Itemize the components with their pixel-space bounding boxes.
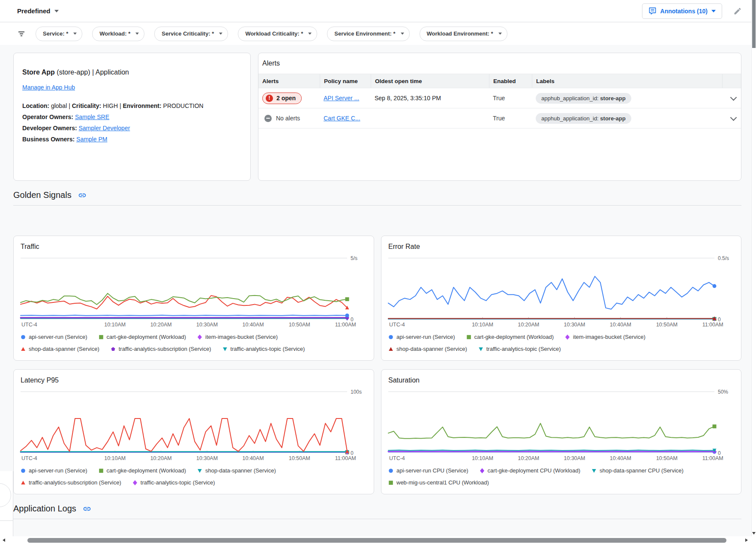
vertical-scrollbar[interactable] — [751, 0, 756, 536]
alert-status-label: 2 open — [276, 95, 296, 102]
developer-owner-link[interactable]: Sampler Developer — [79, 125, 130, 132]
policy-link[interactable]: API Server ... — [324, 95, 359, 102]
business-owners-line: Business Owners: Sample PM — [22, 134, 242, 145]
timezone-label: UTC-4 — [21, 322, 37, 328]
vertical-scrollbar-thumb[interactable] — [752, 0, 756, 48]
column-header-policy-name: Policy name — [320, 74, 371, 88]
chart-legend: api-server-run (Service)cart-gke-deploym… — [21, 465, 359, 488]
link-icon[interactable] — [78, 191, 87, 200]
chart-traffic: Traffic 5/s 0 UTC-4 10:10AM10:20AM10:30A… — [13, 236, 374, 361]
chart-plot-area[interactable] — [21, 391, 347, 453]
view-selector[interactable]: Predefined — [17, 7, 59, 15]
link-icon[interactable] — [83, 505, 91, 513]
section-title: Golden Signals — [13, 190, 72, 200]
legend-label: api-server-run (Service) — [29, 465, 87, 476]
chevron-down-icon — [711, 10, 716, 12]
toolbar: Predefined Annotations (10) — [0, 0, 751, 22]
label-pill: apphub_application_id: store-app — [536, 93, 631, 104]
chart-legend: api-server-run (Service)cart-gke-deploym… — [388, 332, 727, 355]
filter-chip-label: Workload Criticality: * — [245, 30, 303, 37]
x-tick-label: 11:00AM — [702, 455, 723, 461]
legend-circle-icon — [388, 335, 393, 340]
manage-app-hub-link[interactable]: Manage in App Hub — [22, 84, 75, 91]
filter-chip-workload-criticality[interactable]: Workload Criticality: * — [238, 27, 317, 41]
x-tick-label: 10:10AM — [104, 322, 126, 328]
legend-label: traffic-analytics-subscription (Service) — [119, 344, 211, 355]
chart-title: Saturation — [388, 377, 734, 384]
x-tick-label: 10:50AM — [656, 322, 678, 328]
application-metadata: Location: global | Criticality: HIGH | E… — [22, 100, 242, 145]
policy-link[interactable]: Cart GKE C... — [324, 115, 360, 122]
chart-plot-area[interactable] — [388, 391, 714, 453]
edit-button[interactable] — [732, 5, 744, 17]
operator-owner-link[interactable]: Sample SRE — [75, 114, 109, 120]
alerts-card: Alerts Alerts Policy name Oldest open ti… — [258, 53, 741, 181]
minus-circle-icon — [264, 115, 272, 122]
horizontal-scrollbar[interactable] — [0, 536, 751, 544]
filter-chip-service-environment[interactable]: Service Environment: * — [327, 27, 409, 41]
legend-item: item-images-bucket (Service) — [565, 332, 645, 343]
alerts-table-header: Alerts Policy name Oldest open time Enab… — [258, 74, 741, 88]
alert-status-label: No alerts — [276, 115, 300, 122]
legend-label: api-server-run (Service) — [29, 332, 87, 343]
legend-diamond-icon — [480, 468, 485, 473]
legend-triangle-down-icon — [591, 468, 597, 473]
application-info-card: Store App (store-app) | Application Mana… — [13, 53, 251, 181]
filter-chip-label: Service Criticality: * — [162, 30, 214, 37]
legend-item: api-server-run (Service) — [21, 465, 87, 476]
legend-triangle-up-icon — [21, 480, 26, 485]
developer-owners-line: Developer Owners: Sampler Developer — [22, 123, 242, 134]
chevron-down-icon — [73, 33, 77, 35]
chart-title: Latency P95 — [21, 377, 367, 384]
legend-square-icon — [99, 335, 104, 340]
business-owner-link[interactable]: Sample PM — [76, 136, 107, 143]
x-tick-label: 10:10AM — [104, 455, 126, 461]
chevron-down-icon — [219, 33, 222, 35]
x-tick-label: 10:20AM — [518, 322, 539, 328]
filter-chip-workload[interactable]: Workload: * — [92, 27, 144, 41]
filter-chip-service-criticality[interactable]: Service Criticality: * — [154, 27, 228, 41]
chart-plot-area[interactable] — [388, 257, 714, 320]
legend-triangle-down-icon — [222, 347, 228, 352]
chevron-down-icon[interactable] — [730, 94, 737, 101]
legend-label: traffic-analytics-subscription (Service) — [29, 477, 121, 488]
chevron-down-icon[interactable] — [730, 114, 737, 121]
column-header-alerts: Alerts — [258, 74, 320, 88]
legend-label: shop-data-spanner (Service) — [205, 465, 276, 476]
filter-list-icon — [17, 30, 26, 38]
legend-item: item-images-bucket (Service) — [197, 332, 278, 343]
chevron-down-icon — [308, 33, 312, 35]
chart-title: Error Rate — [388, 243, 734, 251]
dashboard-main: Predefined Annotations (10) — [0, 0, 751, 536]
x-tick-label: 11:00AM — [335, 455, 356, 461]
toolbar-right: Annotations (10) — [642, 3, 744, 19]
app-window: Predefined Annotations (10) — [0, 0, 756, 544]
legend-item: api-server-run (Service) — [388, 332, 455, 343]
legend-label: traffic-analytics-topic (Service) — [231, 344, 305, 355]
x-axis: UTC-4 10:10AM10:20AM10:30AM10:40AM10:50A… — [388, 453, 714, 463]
scroll-left-arrow-icon[interactable] — [3, 538, 5, 542]
x-tick-label: 10:50AM — [656, 455, 678, 461]
x-tick-label: 10:20AM — [150, 322, 172, 328]
section-title: Application Logs — [13, 504, 76, 514]
chart-plot-area[interactable] — [21, 257, 347, 320]
horizontal-scrollbar-thumb[interactable] — [27, 538, 726, 543]
scroll-right-arrow-icon[interactable] — [745, 538, 748, 542]
filter-chip-label: Workload Environment: * — [427, 30, 493, 37]
filter-chip-workload-environment[interactable]: Workload Environment: * — [420, 27, 507, 41]
alerts-card-title: Alerts — [258, 53, 741, 74]
alert-row: ! 2 open API Server ... Sep 8, 2025, 3:3… — [258, 88, 741, 108]
legend-item: cart-gke-deployment (Workload) — [466, 332, 554, 343]
legend-diamond-icon — [197, 335, 202, 340]
x-tick-label: 10:10AM — [472, 322, 493, 328]
y-max-label: 50% — [718, 389, 728, 395]
legend-square-icon — [99, 468, 104, 473]
legend-label: cart-gke-deployment (Workload) — [107, 332, 186, 343]
filter-chip-service[interactable]: Service: * — [36, 27, 82, 41]
enabled-value: True — [493, 95, 505, 102]
alert-row: No alerts Cart GKE C... True apphub_appl… — [258, 108, 741, 129]
annotations-button[interactable]: Annotations (10) — [642, 3, 722, 19]
column-header-labels: Labels — [532, 74, 722, 88]
scroll-down-arrow-icon[interactable] — [752, 532, 756, 535]
chart-title: Traffic — [21, 243, 367, 251]
